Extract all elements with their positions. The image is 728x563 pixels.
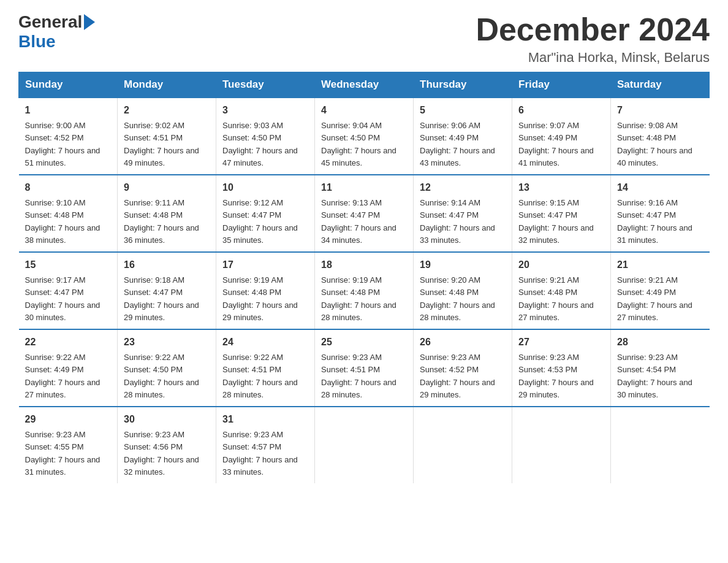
calendar-cell: 1Sunrise: 9:00 AMSunset: 4:52 PMDaylight… xyxy=(19,98,118,175)
day-number: 1 xyxy=(25,103,112,118)
day-info: Sunrise: 9:02 AMSunset: 4:51 PMDaylight:… xyxy=(124,121,199,167)
calendar-cell: 4Sunrise: 9:04 AMSunset: 4:50 PMDaylight… xyxy=(315,98,414,175)
calendar-cell xyxy=(611,407,710,483)
calendar-cell: 30Sunrise: 9:23 AMSunset: 4:56 PMDayligh… xyxy=(118,407,216,483)
calendar-cell: 13Sunrise: 9:15 AMSunset: 4:47 PMDayligh… xyxy=(512,175,611,252)
day-number: 17 xyxy=(222,258,308,272)
calendar-cell: 27Sunrise: 9:23 AMSunset: 4:53 PMDayligh… xyxy=(512,329,611,407)
day-info: Sunrise: 9:04 AMSunset: 4:50 PMDaylight:… xyxy=(321,121,396,167)
day-info: Sunrise: 9:21 AMSunset: 4:49 PMDaylight:… xyxy=(617,275,692,322)
calendar-cell: 24Sunrise: 9:22 AMSunset: 4:51 PMDayligh… xyxy=(216,329,315,407)
day-number: 23 xyxy=(124,335,210,350)
day-number: 4 xyxy=(321,103,407,118)
day-number: 28 xyxy=(617,335,703,350)
column-header-thursday: Thursday xyxy=(414,72,512,98)
day-info: Sunrise: 9:19 AMSunset: 4:48 PMDaylight:… xyxy=(222,275,298,322)
calendar-cell: 2Sunrise: 9:02 AMSunset: 4:51 PMDaylight… xyxy=(118,98,216,175)
day-number: 21 xyxy=(617,258,703,272)
day-info: Sunrise: 9:14 AMSunset: 4:47 PMDaylight:… xyxy=(420,198,495,245)
day-number: 11 xyxy=(321,180,407,195)
day-info: Sunrise: 9:21 AMSunset: 4:48 PMDaylight:… xyxy=(518,275,594,322)
column-header-sunday: Sunday xyxy=(19,72,118,98)
logo: General Blue xyxy=(18,12,95,52)
day-info: Sunrise: 9:23 AMSunset: 4:57 PMDaylight:… xyxy=(222,430,298,477)
day-info: Sunrise: 9:06 AMSunset: 4:49 PMDaylight:… xyxy=(420,121,495,167)
day-number: 19 xyxy=(420,258,506,272)
day-info: Sunrise: 9:23 AMSunset: 4:53 PMDaylight:… xyxy=(518,353,594,399)
calendar-cell: 9Sunrise: 9:11 AMSunset: 4:48 PMDaylight… xyxy=(118,175,216,252)
calendar-cell: 31Sunrise: 9:23 AMSunset: 4:57 PMDayligh… xyxy=(216,407,315,483)
day-info: Sunrise: 9:19 AMSunset: 4:48 PMDaylight:… xyxy=(321,275,396,322)
day-info: Sunrise: 9:16 AMSunset: 4:47 PMDaylight:… xyxy=(617,198,692,245)
calendar-cell: 15Sunrise: 9:17 AMSunset: 4:47 PMDayligh… xyxy=(19,252,118,329)
day-number: 22 xyxy=(25,335,112,350)
calendar-week-row: 15Sunrise: 9:17 AMSunset: 4:47 PMDayligh… xyxy=(19,252,710,329)
calendar-header-row: SundayMondayTuesdayWednesdayThursdayFrid… xyxy=(19,72,710,98)
day-number: 20 xyxy=(518,258,604,272)
column-header-tuesday: Tuesday xyxy=(216,72,315,98)
day-number: 6 xyxy=(518,103,604,118)
calendar-cell: 29Sunrise: 9:23 AMSunset: 4:55 PMDayligh… xyxy=(19,407,118,483)
day-number: 16 xyxy=(124,258,210,272)
calendar-cell: 11Sunrise: 9:13 AMSunset: 4:47 PMDayligh… xyxy=(315,175,414,252)
day-number: 26 xyxy=(420,335,506,350)
day-number: 30 xyxy=(124,412,210,427)
calendar-cell: 5Sunrise: 9:06 AMSunset: 4:49 PMDaylight… xyxy=(414,98,512,175)
day-info: Sunrise: 9:18 AMSunset: 4:47 PMDaylight:… xyxy=(124,275,199,322)
day-info: Sunrise: 9:22 AMSunset: 4:50 PMDaylight:… xyxy=(124,353,199,399)
calendar-cell: 22Sunrise: 9:22 AMSunset: 4:49 PMDayligh… xyxy=(19,329,118,407)
day-info: Sunrise: 9:22 AMSunset: 4:49 PMDaylight:… xyxy=(25,353,100,399)
title-block: December 2024 Mar"ina Horka, Minsk, Bela… xyxy=(476,12,710,66)
day-info: Sunrise: 9:17 AMSunset: 4:47 PMDaylight:… xyxy=(25,275,100,322)
month-title: December 2024 xyxy=(476,12,710,47)
day-number: 8 xyxy=(25,180,112,195)
column-header-wednesday: Wednesday xyxy=(315,72,414,98)
calendar-cell: 18Sunrise: 9:19 AMSunset: 4:48 PMDayligh… xyxy=(315,252,414,329)
day-info: Sunrise: 9:23 AMSunset: 4:56 PMDaylight:… xyxy=(124,430,199,477)
column-header-monday: Monday xyxy=(118,72,216,98)
day-info: Sunrise: 9:15 AMSunset: 4:47 PMDaylight:… xyxy=(518,198,594,245)
calendar-cell xyxy=(414,407,512,483)
calendar-cell: 3Sunrise: 9:03 AMSunset: 4:50 PMDaylight… xyxy=(216,98,315,175)
calendar-cell: 20Sunrise: 9:21 AMSunset: 4:48 PMDayligh… xyxy=(512,252,611,329)
day-info: Sunrise: 9:23 AMSunset: 4:52 PMDaylight:… xyxy=(420,353,495,399)
day-info: Sunrise: 9:03 AMSunset: 4:50 PMDaylight:… xyxy=(222,121,298,167)
day-number: 27 xyxy=(518,335,604,350)
day-info: Sunrise: 9:00 AMSunset: 4:52 PMDaylight:… xyxy=(25,121,100,167)
day-number: 9 xyxy=(124,180,210,195)
day-number: 15 xyxy=(25,258,112,272)
calendar-cell: 7Sunrise: 9:08 AMSunset: 4:48 PMDaylight… xyxy=(611,98,710,175)
logo-general-text: General xyxy=(18,12,82,32)
logo-blue-text: Blue xyxy=(18,32,56,52)
day-number: 25 xyxy=(321,335,407,350)
calendar-cell: 16Sunrise: 9:18 AMSunset: 4:47 PMDayligh… xyxy=(118,252,216,329)
calendar-cell: 10Sunrise: 9:12 AMSunset: 4:47 PMDayligh… xyxy=(216,175,315,252)
calendar-cell: 21Sunrise: 9:21 AMSunset: 4:49 PMDayligh… xyxy=(611,252,710,329)
day-number: 24 xyxy=(222,335,308,350)
column-header-saturday: Saturday xyxy=(611,72,710,98)
calendar-cell: 19Sunrise: 9:20 AMSunset: 4:48 PMDayligh… xyxy=(414,252,512,329)
calendar-week-row: 22Sunrise: 9:22 AMSunset: 4:49 PMDayligh… xyxy=(19,329,710,407)
day-number: 12 xyxy=(420,180,506,195)
day-info: Sunrise: 9:22 AMSunset: 4:51 PMDaylight:… xyxy=(222,353,298,399)
calendar-week-row: 8Sunrise: 9:10 AMSunset: 4:48 PMDaylight… xyxy=(19,175,710,252)
day-number: 18 xyxy=(321,258,407,272)
calendar-cell: 6Sunrise: 9:07 AMSunset: 4:49 PMDaylight… xyxy=(512,98,611,175)
day-number: 10 xyxy=(222,180,308,195)
calendar-cell: 26Sunrise: 9:23 AMSunset: 4:52 PMDayligh… xyxy=(414,329,512,407)
day-info: Sunrise: 9:12 AMSunset: 4:47 PMDaylight:… xyxy=(222,198,298,245)
day-info: Sunrise: 9:11 AMSunset: 4:48 PMDaylight:… xyxy=(124,198,199,245)
day-info: Sunrise: 9:13 AMSunset: 4:47 PMDaylight:… xyxy=(321,198,396,245)
day-number: 31 xyxy=(222,412,308,427)
day-info: Sunrise: 9:23 AMSunset: 4:54 PMDaylight:… xyxy=(617,353,692,399)
day-info: Sunrise: 9:07 AMSunset: 4:49 PMDaylight:… xyxy=(518,121,594,167)
calendar-week-row: 1Sunrise: 9:00 AMSunset: 4:52 PMDaylight… xyxy=(19,98,710,175)
day-number: 5 xyxy=(420,103,506,118)
column-header-friday: Friday xyxy=(512,72,611,98)
day-number: 29 xyxy=(25,412,112,427)
calendar-cell: 23Sunrise: 9:22 AMSunset: 4:50 PMDayligh… xyxy=(118,329,216,407)
day-number: 7 xyxy=(617,103,703,118)
calendar-cell: 12Sunrise: 9:14 AMSunset: 4:47 PMDayligh… xyxy=(414,175,512,252)
calendar-cell xyxy=(512,407,611,483)
day-number: 2 xyxy=(124,103,210,118)
